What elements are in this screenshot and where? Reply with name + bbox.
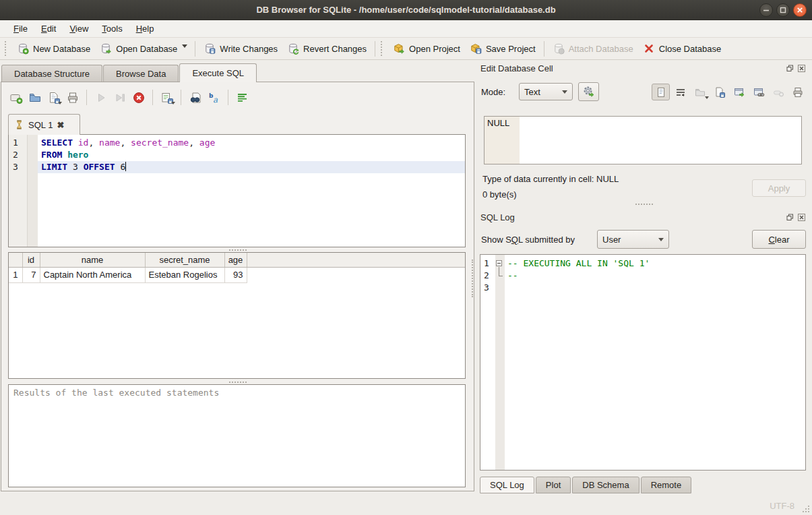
save-project-button[interactable]: Save Project	[465, 40, 540, 57]
text-caret	[125, 162, 126, 171]
execute-all-icon	[94, 91, 108, 104]
save-sql-file-button[interactable]	[45, 89, 62, 106]
tab-plot[interactable]: Plot	[536, 477, 571, 493]
splitter-editor-table[interactable]	[1, 247, 474, 252]
svg-text:a: a	[213, 95, 218, 104]
tab-browse-data[interactable]: Browse Data	[103, 65, 179, 82]
clear-log-button[interactable]: Clear	[752, 230, 806, 249]
revert-changes-button[interactable]: Revert Changes	[282, 40, 371, 57]
close-panel-button[interactable]	[797, 64, 806, 73]
print-cell-button[interactable]	[788, 84, 807, 100]
link-data-button[interactable]	[749, 84, 768, 100]
sql-editor-line[interactable]: FROM hero	[38, 149, 465, 161]
table-cell[interactable]: 93	[224, 267, 247, 282]
new-sql-tab-icon	[9, 91, 23, 104]
open-database-button[interactable]: Open Database	[95, 40, 182, 57]
table-cell[interactable]: 7	[22, 267, 40, 282]
cell-value-editor[interactable]: NULL	[484, 116, 802, 164]
tab-execute-sql[interactable]: Execute SQL	[179, 63, 257, 82]
close-database-button[interactable]: Close Database	[638, 40, 726, 57]
splitter-table-results[interactable]	[1, 380, 474, 384]
column-header[interactable]: id	[22, 253, 40, 267]
tab-db-schema[interactable]: DB Schema	[572, 477, 639, 493]
column-header[interactable]	[9, 253, 22, 267]
print-button[interactable]	[64, 89, 81, 106]
menu-edit[interactable]: Edit	[34, 22, 63, 36]
new-database-button[interactable]: New Database	[12, 40, 95, 57]
table-cell[interactable]: Captain North America	[40, 267, 145, 282]
close-button[interactable]	[793, 3, 807, 17]
write-changes-button[interactable]: Write Changes	[199, 40, 282, 57]
open-in-external-button[interactable]	[730, 84, 748, 100]
sql-toolbar: b a	[7, 89, 251, 106]
log-filter-select[interactable]: User	[597, 230, 669, 249]
open-project-button[interactable]: Open Project	[388, 40, 465, 57]
sql-log-line: -- EXECUTING ALL IN 'SQL 1'	[505, 258, 805, 270]
mode-select[interactable]: Text	[519, 83, 573, 100]
menu-file[interactable]: File	[7, 22, 34, 36]
sql-log-dock-buttons	[786, 213, 806, 222]
tab-remote[interactable]: Remote	[641, 477, 692, 493]
main-splitter[interactable]	[472, 260, 473, 297]
sql-editor-text[interactable]: SELECT id, name, secret_name, ageFROM he…	[38, 135, 465, 247]
float-panel-button[interactable]	[786, 213, 794, 222]
float-panel-button[interactable]	[786, 64, 794, 73]
word-wrap-button[interactable]	[671, 84, 689, 100]
sql-1-tab[interactable]: SQL 1 ✖	[8, 114, 80, 135]
line-number: 3	[484, 282, 495, 294]
close-sql-tab-icon[interactable]: ✖	[57, 120, 64, 130]
menu-help[interactable]: Help	[129, 22, 161, 36]
execution-results-message: Results of the last executed statements	[8, 384, 466, 487]
find-replace-button[interactable]	[187, 89, 204, 106]
chevron-down-icon	[658, 238, 664, 241]
sql-editor-line[interactable]: LIMIT 3 OFFSET 6	[38, 161, 465, 173]
right-pane: Edit Database Cell Mode: Text	[476, 60, 812, 497]
open-database-dropdown-arrow[interactable]	[182, 44, 187, 48]
minimize-button[interactable]	[759, 3, 773, 17]
maximize-button[interactable]	[776, 3, 790, 17]
export-data-button[interactable]	[710, 84, 728, 100]
open-sql-file-button[interactable]	[26, 89, 43, 106]
column-header[interactable]: age	[224, 253, 247, 267]
find-replace-icon	[189, 91, 202, 104]
sql-editor[interactable]: 123 SELECT id, name, secret_name, ageFRO…	[8, 134, 466, 247]
resize-grip[interactable]	[803, 506, 810, 513]
toolbar-handle[interactable]	[5, 41, 8, 56]
table-cell[interactable]: Esteban Rogelios	[145, 267, 224, 282]
menu-tools[interactable]: Tools	[95, 22, 129, 36]
close-panel-button[interactable]	[797, 213, 806, 222]
line-number: 1	[13, 137, 27, 149]
tab-sql-log[interactable]: SQL Log	[480, 477, 534, 493]
export-results-dropdown-arrow[interactable]	[171, 102, 175, 104]
splitter-cell-log[interactable]	[476, 202, 812, 206]
line-number: 1	[484, 258, 495, 270]
export-results-button[interactable]	[158, 89, 175, 106]
fold-marker[interactable]	[495, 258, 505, 270]
print-icon	[66, 91, 80, 104]
toolbar-separator	[86, 90, 87, 105]
autocomplete-icon: b a	[208, 91, 221, 104]
chevron-down-icon	[562, 90, 567, 94]
text-mode-button[interactable]	[652, 84, 670, 100]
encoding-indicator[interactable]: UTF-8	[770, 501, 794, 511]
cell-config-button[interactable]	[578, 82, 599, 101]
title-bar[interactable]: DB Browser for SQLite - /home/user/code/…	[0, 0, 812, 20]
stop-execution-button[interactable]	[130, 89, 147, 106]
cell-editor-toolbar	[652, 84, 807, 100]
sql-editor-line[interactable]: SELECT id, name, secret_name, age	[38, 137, 465, 149]
close-database-icon	[643, 42, 655, 55]
sql-log-gutter: 123	[480, 255, 495, 470]
format-sql-button[interactable]	[234, 89, 251, 106]
fold-marker	[495, 270, 505, 282]
table-cell[interactable]: 1	[9, 267, 22, 282]
menu-view[interactable]: View	[63, 22, 95, 36]
column-header[interactable]: secret_name	[145, 253, 224, 267]
autocomplete-button[interactable]: b a	[206, 89, 222, 106]
toolbar-handle[interactable]	[381, 41, 384, 56]
toolbar-separator	[544, 41, 544, 57]
new-sql-tab-button[interactable]	[7, 89, 24, 106]
save-sql-dropdown-arrow[interactable]	[58, 102, 62, 104]
column-header[interactable]: name	[40, 253, 145, 267]
sql-log-view[interactable]: 123 -- EXECUTING ALL IN 'SQL 1'--	[480, 254, 806, 471]
tab-database-structure[interactable]: Database Structure	[1, 65, 102, 82]
